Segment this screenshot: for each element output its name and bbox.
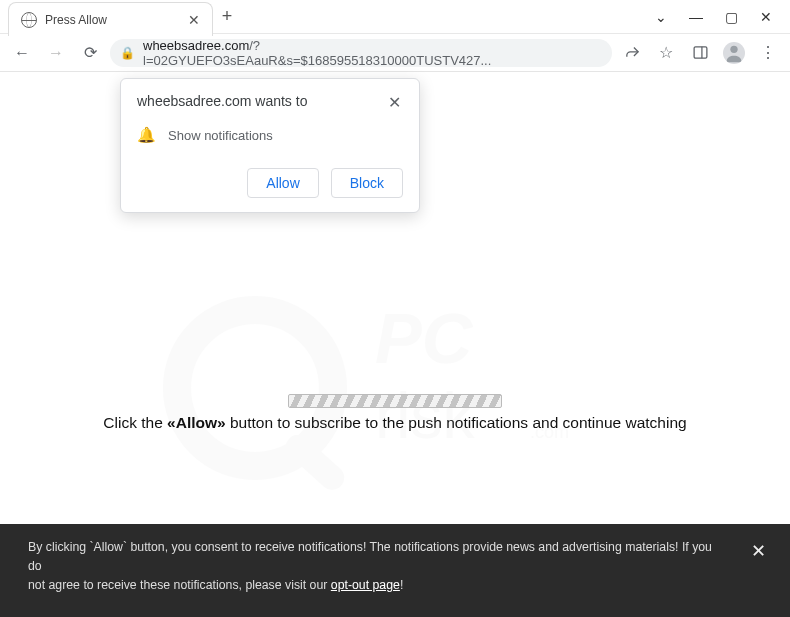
address-bar[interactable]: 🔒 wheebsadree.com/?l=02GYUEFO3sEAauR&s=$… xyxy=(110,39,612,67)
chevron-down-icon[interactable]: ⌄ xyxy=(655,9,667,25)
browser-tab[interactable]: Press Allow ✕ xyxy=(8,2,213,36)
side-panel-icon[interactable] xyxy=(686,39,714,67)
menu-button[interactable]: ⋮ xyxy=(754,39,782,67)
tab-close-button[interactable]: ✕ xyxy=(184,10,204,30)
block-button[interactable]: Block xyxy=(331,168,403,198)
minimize-button[interactable]: — xyxy=(689,9,703,25)
svg-rect-0 xyxy=(694,47,707,58)
instruction-text: Click the «Allow» button to subscribe to… xyxy=(0,414,790,432)
window-controls: ⌄ — ▢ ✕ xyxy=(655,0,790,33)
lock-icon: 🔒 xyxy=(120,46,135,60)
tab-title: Press Allow xyxy=(45,13,176,27)
new-tab-button[interactable]: + xyxy=(213,0,241,33)
banner-line1: By clicking `Allow` button, you consent … xyxy=(28,540,712,573)
title-bar: Press Allow ✕ + ⌄ — ▢ ✕ xyxy=(0,0,790,34)
progress-bar xyxy=(288,394,502,408)
back-button[interactable]: ← xyxy=(8,39,36,67)
banner-text: By clicking `Allow` button, you consent … xyxy=(28,538,743,595)
banner-line2b: ! xyxy=(400,578,403,592)
opt-out-link[interactable]: opt-out page xyxy=(331,578,400,592)
svg-text:PC: PC xyxy=(375,300,474,378)
banner-line2a: not agree to receive these notifications… xyxy=(28,578,331,592)
permission-label: Show notifications xyxy=(168,128,273,143)
banner-close-button[interactable]: ✕ xyxy=(743,538,774,566)
toolbar: ← → ⟳ 🔒 wheebsadree.com/?l=02GYUEFO3sEAa… xyxy=(0,34,790,72)
reload-button[interactable]: ⟳ xyxy=(76,39,104,67)
permission-close-button[interactable]: ✕ xyxy=(386,93,403,112)
forward-button: → xyxy=(42,39,70,67)
watermark-logo: PC risk .com xyxy=(125,238,665,538)
bell-icon: 🔔 xyxy=(137,126,156,144)
svg-point-3 xyxy=(177,310,333,466)
permission-origin: wheebsadree.com wants to xyxy=(137,93,307,109)
instruction-suffix: button to subscribe to the push notifica… xyxy=(226,414,687,431)
notification-permission-dialog: wheebsadree.com wants to ✕ 🔔 Show notifi… xyxy=(120,78,420,213)
svg-point-2 xyxy=(730,45,737,52)
consent-banner: By clicking `Allow` button, you consent … xyxy=(0,524,790,617)
profile-avatar[interactable] xyxy=(720,39,748,67)
instruction-prefix: Click the xyxy=(103,414,167,431)
bookmark-icon[interactable]: ☆ xyxy=(652,39,680,67)
url-host: wheebsadree.com xyxy=(143,38,249,53)
url-text: wheebsadree.com/?l=02GYUEFO3sEAauR&s=$16… xyxy=(143,38,602,68)
svg-rect-4 xyxy=(281,430,349,495)
globe-icon xyxy=(21,12,37,28)
allow-button[interactable]: Allow xyxy=(247,168,318,198)
instruction-strong: «Allow» xyxy=(167,414,226,431)
maximize-button[interactable]: ▢ xyxy=(725,9,738,25)
close-window-button[interactable]: ✕ xyxy=(760,9,772,25)
share-icon[interactable] xyxy=(618,39,646,67)
